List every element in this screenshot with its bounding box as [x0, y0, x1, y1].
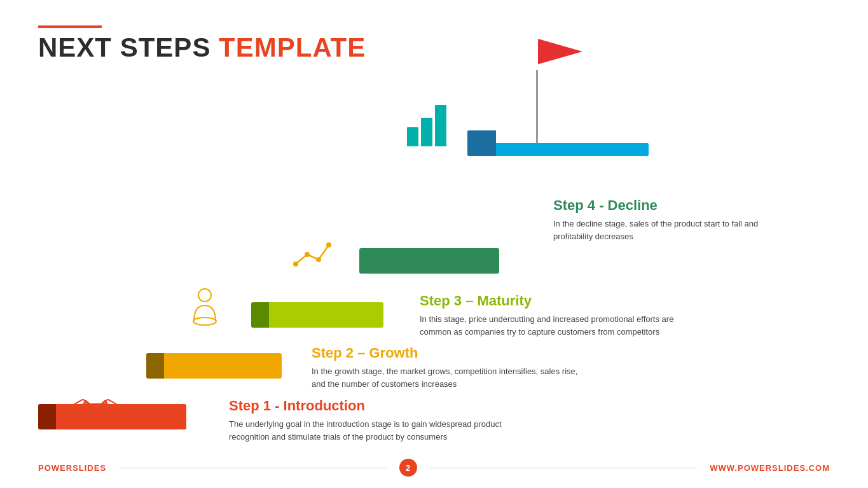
header-line-decoration: [38, 25, 102, 28]
bar-chart-icon: [407, 105, 446, 146]
step4-description: In the decline stage, sales of the produ…: [553, 218, 795, 242]
footer-brand: POWERSLIDES: [38, 463, 106, 473]
footer-line-left: [119, 468, 387, 468]
footer-line-right: [430, 468, 698, 468]
svg-marker-0: [538, 39, 582, 64]
step3-bar-accent: [251, 302, 269, 328]
header: NEXT STEPS TEMPLATE: [38, 25, 366, 61]
step4-podium-flag: [467, 130, 649, 156]
step4-icon-area: [407, 105, 446, 146]
page-title: NEXT STEPS TEMPLATE: [38, 34, 366, 61]
step1-bar-row: [38, 404, 186, 429]
page-container: NEXT STEPS TEMPLATE: [0, 0, 868, 488]
step4-bar-row: [359, 248, 499, 274]
step2-title: Step 2 – Growth: [312, 345, 585, 361]
flag-pole: [536, 70, 538, 143]
podium: [467, 130, 649, 156]
footer-page-badge: 2: [399, 459, 417, 477]
step3-icon: [289, 235, 334, 276]
step2-content: Step 2 – Growth In the growth stage, the…: [312, 345, 585, 390]
step3-title: Step 3 – Maturity: [420, 293, 693, 309]
title-black: NEXT STEPS: [38, 32, 210, 62]
step2-bar-row: [146, 353, 282, 379]
step3-bar-main: [269, 302, 383, 328]
step4-content: Step 4 - Decline In the decline stage, s…: [553, 197, 795, 242]
step1-title: Step 1 - Introduction: [229, 398, 502, 414]
footer-website: WWW.POWERSLIDES.COM: [710, 463, 830, 473]
main-content: Step 4 - Decline In the decline stage, s…: [0, 99, 868, 456]
svg-point-5: [198, 289, 211, 302]
step1-bar-accent: [38, 404, 56, 429]
podium-main: [496, 143, 649, 156]
flag-icon: [538, 39, 589, 76]
step2-bar-accent: [146, 353, 164, 379]
brand-black: POWER: [38, 463, 72, 473]
step3-bar-row: [251, 302, 383, 328]
brand-red: SLIDES: [72, 463, 106, 473]
podium-left: [467, 130, 496, 156]
step1-bar-main: [56, 404, 186, 429]
step2-description: In the growth stage, the market grows, c…: [312, 365, 585, 390]
step4-bar: [359, 248, 499, 274]
title-red: TEMPLATE: [219, 32, 366, 62]
footer: POWERSLIDES 2 WWW.POWERSLIDES.COM: [0, 459, 868, 477]
step3-content: Step 3 – Maturity In this stage, price u…: [420, 293, 693, 338]
step2-icon: [188, 286, 223, 333]
step2-bar-main: [164, 353, 282, 379]
step1-description: The underlying goal in the introduction …: [229, 418, 502, 443]
step1-content: Step 1 - Introduction The underlying goa…: [229, 398, 502, 443]
step3-description: In this stage, price undercutting and in…: [420, 313, 693, 338]
svg-point-6: [193, 317, 216, 325]
step4-title: Step 4 - Decline: [553, 197, 795, 214]
